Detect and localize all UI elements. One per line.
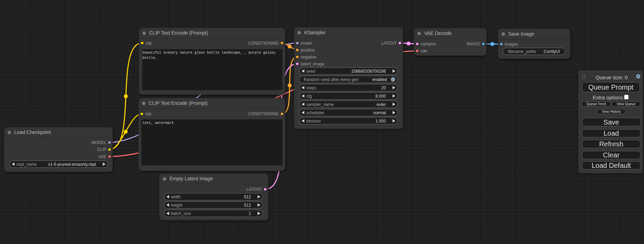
svg-text:CLIP Text Encode (Prompt): CLIP Text Encode (Prompt) bbox=[149, 30, 208, 36]
svg-text:cfg: cfg bbox=[306, 94, 312, 99]
svg-text:Save Image: Save Image bbox=[508, 31, 534, 37]
svg-text:batch_size: batch_size bbox=[171, 211, 191, 216]
svg-text:sampler_name: sampler_name bbox=[306, 102, 334, 107]
svg-text:normal: normal bbox=[373, 110, 386, 115]
svg-text:positive: positive bbox=[301, 48, 315, 53]
svg-text:clip: clip bbox=[145, 41, 152, 46]
svg-text:euler: euler bbox=[377, 102, 386, 107]
svg-text:1: 1 bbox=[249, 211, 251, 216]
svg-text:KSampler: KSampler bbox=[304, 30, 326, 35]
svg-text:latent_image: latent_image bbox=[301, 62, 325, 66]
svg-text:Load Checkpoint: Load Checkpoint bbox=[14, 129, 51, 135]
svg-text:MODEL: MODEL bbox=[91, 140, 106, 145]
svg-text:Empty Latent Image: Empty Latent Image bbox=[169, 176, 213, 181]
svg-text:model: model bbox=[301, 41, 312, 46]
svg-text:steps: steps bbox=[306, 85, 316, 90]
svg-text:ckpt_name: ckpt_name bbox=[16, 162, 37, 167]
svg-text:512: 512 bbox=[244, 203, 251, 208]
svg-text:height: height bbox=[171, 203, 183, 208]
svg-text:CLIP: CLIP bbox=[97, 147, 106, 152]
svg-text:text, watermark: text, watermark bbox=[143, 121, 174, 125]
svg-text:20: 20 bbox=[381, 85, 386, 90]
svg-text:clip: clip bbox=[145, 111, 151, 116]
svg-text:LATENT: LATENT bbox=[381, 41, 397, 46]
svg-text:bottle,: bottle, bbox=[142, 56, 157, 60]
svg-text:beautiful scenery nature glass: beautiful scenery nature glass bottle la… bbox=[142, 51, 275, 55]
svg-text:seed: seed bbox=[306, 69, 315, 74]
svg-text:images: images bbox=[505, 42, 518, 47]
svg-text:8.000: 8.000 bbox=[376, 94, 386, 99]
svg-text:1.000: 1.000 bbox=[376, 119, 386, 124]
svg-text:IMAGE: IMAGE bbox=[467, 42, 480, 46]
svg-text:VAE: VAE bbox=[98, 154, 106, 159]
svg-text:vae: vae bbox=[421, 48, 427, 53]
svg-text:ComfyUI: ComfyUI bbox=[544, 49, 560, 54]
svg-text:CLIP Text Encode (Prompt): CLIP Text Encode (Prompt) bbox=[149, 100, 208, 106]
svg-text:156680208700286: 156680208700286 bbox=[351, 69, 386, 74]
svg-text:VAE Decode: VAE Decode bbox=[424, 30, 451, 36]
svg-text:CONDITIONING: CONDITIONING bbox=[248, 41, 279, 46]
svg-text:samples: samples bbox=[421, 42, 436, 46]
svg-text:filename_prefix: filename_prefix bbox=[508, 49, 536, 54]
svg-text:Random seed after every gen: Random seed after every gen bbox=[304, 77, 359, 82]
svg-text:v1-5-pruned-emaonly.ckpt: v1-5-pruned-emaonly.ckpt bbox=[48, 162, 96, 167]
svg-text:LATENT: LATENT bbox=[246, 187, 262, 192]
svg-text:512: 512 bbox=[244, 195, 251, 199]
svg-text:denoise: denoise bbox=[306, 119, 321, 124]
svg-text:negative: negative bbox=[301, 55, 317, 60]
svg-text:scheduler: scheduler bbox=[306, 110, 324, 115]
svg-text:enabled: enabled bbox=[372, 77, 387, 82]
svg-text:CONDITIONING: CONDITIONING bbox=[248, 111, 279, 116]
svg-text:width: width bbox=[171, 195, 181, 199]
